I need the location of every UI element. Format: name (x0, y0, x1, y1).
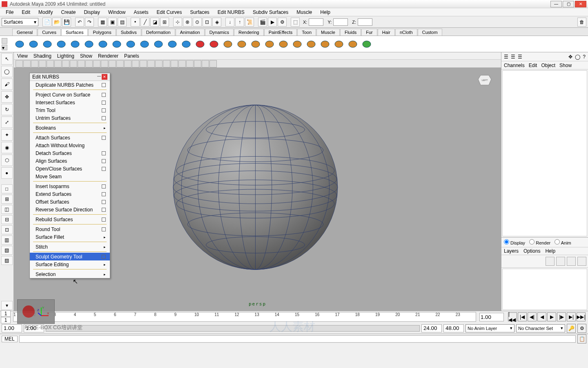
menu-modify[interactable]: Modify (34, 9, 57, 15)
go-start-icon[interactable]: |◀◀ (508, 312, 517, 321)
shelf-tab-toon[interactable]: Toon (297, 29, 316, 36)
shelf-tab-curves[interactable]: Curves (38, 29, 61, 36)
shelf-item-23[interactable] (332, 38, 345, 51)
shelf-tab-general[interactable]: General (12, 29, 37, 36)
open-scene-icon[interactable]: 📂 (52, 18, 61, 27)
viewcube[interactable]: LEFT (477, 72, 493, 88)
panel-tool-3[interactable] (39, 60, 46, 67)
snap-point-icon[interactable]: ⊙ (193, 18, 202, 27)
option-box-icon[interactable] (102, 192, 106, 196)
menu-subdiv-surfaces[interactable]: Subdiv Surfaces (249, 9, 292, 15)
option-box-icon[interactable] (102, 227, 106, 231)
shelf-item-6[interactable] (96, 38, 109, 51)
script-editor-icon[interactable]: 📋 (577, 334, 586, 343)
new-scene-icon[interactable]: 📄 (42, 18, 51, 27)
panel-menu-show[interactable]: Show (80, 53, 92, 59)
shelf-tab-muscle[interactable]: Muscle (316, 29, 340, 36)
time-ruler[interactable]: 123456789101112131415161718192021222324 (13, 312, 476, 322)
char-set-select[interactable]: No Character Set▾ (516, 324, 565, 332)
menu-item-intersect-surfaces[interactable]: Intersect Surfaces (30, 99, 110, 106)
panel-tool-1[interactable] (23, 60, 31, 67)
range-start-input[interactable] (2, 324, 22, 332)
shelf-item-4[interactable] (69, 38, 82, 51)
prefs-icon[interactable]: ⚙ (577, 324, 586, 333)
menu-item-selection[interactable]: Selection▸ (30, 270, 110, 278)
panel-tool-24[interactable] (202, 60, 209, 67)
option-box-icon[interactable] (102, 93, 106, 97)
shelf-tab-painteffects[interactable]: PaintEffects (264, 29, 297, 36)
cb-tab-channels[interactable]: Channels (504, 63, 525, 68)
menu-item-sculpt-geometry-tool[interactable]: Sculpt Geometry Tool (30, 253, 110, 260)
menu-surfaces[interactable]: Surfaces (186, 9, 214, 15)
menu-item-round-tool[interactable]: Round Tool (30, 225, 110, 233)
step-forward-icon[interactable]: |▶ (557, 312, 566, 321)
cb-tab-show[interactable]: Show (559, 63, 572, 68)
panel-menu-view[interactable]: View (17, 53, 28, 59)
shelf-item-8[interactable] (124, 38, 137, 51)
shelf-item-12[interactable] (180, 38, 193, 51)
y-input[interactable] (333, 18, 348, 26)
shelf-tab-fluids[interactable]: Fluids (340, 29, 361, 36)
menu-item-stitch[interactable]: Stitch▸ (30, 243, 110, 251)
range-end-input[interactable] (421, 324, 442, 332)
menu-item-surface-editing[interactable]: Surface Editing▸ (30, 260, 110, 268)
shelf-item-17[interactable] (249, 38, 262, 51)
anim-layer-select[interactable]: No Anim Layer▾ (466, 324, 514, 332)
option-box-icon[interactable] (102, 200, 106, 204)
panel-tool-19[interactable] (163, 60, 170, 67)
shelf-tab-animation[interactable]: Animation (176, 29, 205, 36)
menu-item-untrim-surfaces[interactable]: Untrim Surfaces (30, 114, 110, 122)
select-hierarchy-icon[interactable]: ▦ (98, 18, 107, 27)
range-end2-input[interactable] (443, 324, 464, 332)
option-box-icon[interactable] (102, 184, 106, 188)
menu-minimize-icon[interactable]: — (97, 74, 101, 80)
two-pane-h-icon[interactable]: ⊟ (1, 215, 13, 224)
list-medium-icon[interactable]: ☰ (511, 54, 515, 60)
move-tool-icon[interactable]: ✥ (1, 91, 13, 103)
graph-persp-icon[interactable]: ▧ (1, 246, 13, 255)
layer-down-icon[interactable] (577, 257, 586, 266)
select-uv-icon[interactable]: ⊞ (160, 18, 169, 27)
layer-radio-render[interactable]: Render (529, 239, 550, 245)
panel-tool-10[interactable] (93, 60, 100, 67)
scale-tool-icon[interactable]: ⤢ (1, 117, 13, 128)
menu-item-booleans[interactable]: Booleans▸ (30, 124, 110, 132)
panel-tool-8[interactable] (78, 60, 85, 67)
list-narrow-icon[interactable]: ☰ (504, 54, 508, 60)
hypershade-icon[interactable]: ▨ (1, 256, 13, 265)
select-component-icon[interactable]: ▤ (118, 18, 127, 27)
universal-manip-icon[interactable]: ✦ (1, 129, 13, 141)
outliner-persp-icon[interactable]: ▥ (1, 236, 13, 245)
shelf-item-25[interactable] (360, 38, 373, 51)
undo-icon[interactable]: ↶ (75, 18, 84, 27)
toolbox-options-icon[interactable]: ▾ (1, 301, 13, 310)
option-box-icon[interactable] (102, 151, 106, 155)
lasso-tool-icon[interactable]: ◯ (1, 66, 13, 77)
shelf-item-2[interactable] (41, 38, 54, 51)
menu-item-align-surfaces[interactable]: Align Surfaces (30, 157, 110, 165)
soft-mod-tool-icon[interactable]: ◉ (1, 142, 13, 153)
panel-tool-23[interactable] (194, 60, 201, 67)
menu-item-extend-surfaces[interactable]: Extend Surfaces (30, 190, 110, 198)
last-tool-icon[interactable]: ● (1, 167, 13, 179)
shelf-item-24[interactable] (346, 38, 359, 51)
list-wide-icon[interactable]: ☰ (518, 54, 522, 60)
shelf-tab-dynamics[interactable]: Dynamics (205, 29, 234, 36)
shelf-item-5[interactable] (82, 38, 96, 51)
step-back-key-icon[interactable]: |◀ (518, 312, 527, 321)
menu-edit-curves[interactable]: Edit Curves (152, 9, 186, 15)
panel-tool-18[interactable] (155, 60, 163, 67)
option-box-icon[interactable] (102, 208, 106, 212)
select-object-icon[interactable]: ▣ (108, 18, 117, 27)
panel-tool-17[interactable] (147, 60, 155, 67)
z-input[interactable] (358, 18, 372, 26)
shelf-tab-hair[interactable]: Hair (378, 29, 395, 36)
menu-muscle[interactable]: Muscle (292, 9, 316, 15)
sphere-icon[interactable]: ◯ (575, 54, 580, 60)
panel-tool-21[interactable] (178, 60, 186, 67)
menu-item-surface-fillet[interactable]: Surface Fillet▸ (30, 233, 110, 241)
shelf-item-21[interactable] (305, 38, 318, 51)
show-manip-icon[interactable]: ⬚ (291, 18, 300, 27)
save-scene-icon[interactable]: 💾 (62, 18, 71, 27)
snap-grid-icon[interactable]: ⊹ (173, 18, 182, 27)
